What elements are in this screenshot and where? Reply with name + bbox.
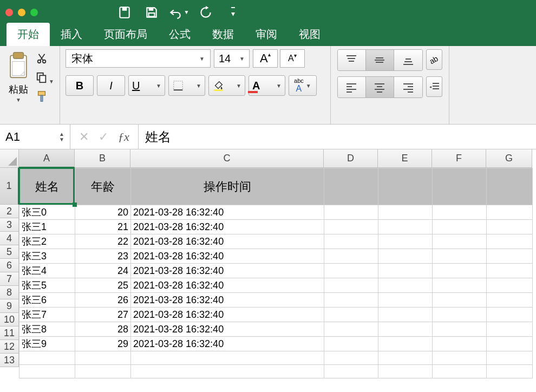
cell[interactable] — [378, 365, 433, 378]
fx-icon[interactable]: ƒx — [118, 130, 129, 144]
align-center-button[interactable] — [366, 77, 394, 97]
col-header-A[interactable]: A — [19, 149, 75, 168]
select-all-corner[interactable] — [0, 149, 19, 168]
cell[interactable] — [324, 168, 378, 205]
align-middle-button[interactable] — [366, 50, 394, 70]
cell[interactable] — [324, 278, 378, 293]
cell[interactable] — [324, 351, 378, 365]
cancel-formula-icon[interactable]: ✕ — [79, 130, 89, 144]
col-header-E[interactable]: E — [378, 149, 432, 168]
cell[interactable] — [487, 293, 533, 308]
row-header-5[interactable]: 5 — [0, 245, 19, 259]
cell[interactable] — [487, 220, 533, 234]
cell[interactable] — [433, 322, 487, 337]
cell[interactable] — [487, 351, 533, 365]
col-header-D[interactable]: D — [324, 149, 378, 168]
cell[interactable] — [487, 337, 533, 351]
close-window[interactable] — [5, 9, 13, 16]
cell[interactable]: 2021-03-28 16:32:40 — [131, 293, 324, 308]
tab-5[interactable]: 审阅 — [245, 23, 288, 46]
cell[interactable]: 2021-03-28 16:32:40 — [131, 234, 324, 249]
row-header-7[interactable]: 7 — [0, 272, 19, 286]
cell[interactable] — [487, 365, 533, 378]
cell[interactable] — [378, 205, 433, 220]
cell[interactable] — [378, 234, 433, 249]
cell[interactable]: 张三4 — [19, 264, 75, 278]
orientation-button[interactable]: ab — [426, 49, 442, 70]
cell[interactable] — [433, 278, 487, 293]
redo-icon[interactable] — [195, 2, 217, 23]
row-header-1[interactable]: 1 — [0, 168, 19, 205]
cell[interactable] — [324, 205, 378, 220]
cell[interactable]: 25 — [75, 278, 131, 293]
cell[interactable]: 21 — [75, 220, 131, 234]
cell[interactable] — [19, 365, 75, 378]
decrease-indent-button[interactable] — [426, 76, 442, 97]
cell[interactable] — [487, 168, 533, 205]
cell[interactable] — [324, 337, 378, 351]
cell[interactable]: 2021-03-28 16:32:40 — [131, 249, 324, 264]
row-header-2[interactable]: 2 — [0, 205, 19, 218]
phonetic-guide-button[interactable]: abcA ▼ — [289, 75, 317, 96]
cell[interactable]: 张三2 — [19, 234, 75, 249]
cell[interactable]: 26 — [75, 293, 131, 308]
cell[interactable]: 2021-03-28 16:32:40 — [131, 205, 324, 220]
cell[interactable] — [131, 351, 324, 365]
minimize-window[interactable] — [18, 9, 25, 16]
cell[interactable]: 20 — [75, 205, 131, 220]
cell[interactable] — [378, 220, 433, 234]
cell[interactable]: 2021-03-28 16:32:40 — [131, 264, 324, 278]
col-header-G[interactable]: G — [486, 149, 532, 168]
formula-input[interactable]: 姓名 — [138, 125, 536, 149]
cell[interactable]: 张三3 — [19, 249, 75, 264]
cell[interactable] — [433, 337, 487, 351]
cell[interactable] — [131, 365, 324, 378]
align-top-button[interactable] — [338, 50, 366, 70]
tab-6[interactable]: 视图 — [288, 23, 331, 46]
cut-icon[interactable] — [36, 53, 54, 66]
cell[interactable] — [378, 249, 433, 264]
cell[interactable] — [75, 365, 131, 378]
cell[interactable] — [433, 365, 487, 378]
cell[interactable]: 张三8 — [19, 322, 75, 337]
cell[interactable]: 姓名 — [19, 168, 75, 205]
undo-icon[interactable]: ▼ — [168, 2, 189, 23]
cell[interactable] — [433, 293, 487, 308]
qat-more-icon[interactable]: ▾ — [222, 2, 244, 23]
cell[interactable] — [378, 322, 433, 337]
cell[interactable] — [324, 234, 378, 249]
fill-color-button[interactable]: ▼ — [208, 75, 245, 96]
cell[interactable] — [433, 249, 487, 264]
cell[interactable]: 2021-03-28 16:32:40 — [131, 278, 324, 293]
fill-handle[interactable] — [73, 202, 77, 207]
row-header-4[interactable]: 4 — [0, 232, 19, 245]
cell[interactable] — [324, 264, 378, 278]
cell[interactable]: 2021-03-28 16:32:40 — [131, 220, 324, 234]
cell[interactable]: 28 — [75, 322, 131, 337]
cell[interactable] — [378, 293, 433, 308]
col-header-C[interactable]: C — [130, 149, 324, 168]
align-right-button[interactable] — [394, 77, 422, 97]
borders-button[interactable]: ▼ — [168, 75, 205, 96]
cell[interactable]: 张三7 — [19, 308, 75, 322]
underline-button[interactable]: U▼ — [128, 75, 165, 96]
format-painter-icon[interactable] — [36, 90, 54, 104]
cell[interactable]: 2021-03-28 16:32:40 — [131, 337, 324, 351]
cell[interactable] — [487, 249, 533, 264]
font-color-button[interactable]: A ▼ — [249, 75, 285, 96]
cell[interactable] — [487, 234, 533, 249]
row-header-10[interactable]: 10 — [0, 313, 19, 326]
cell[interactable] — [487, 322, 533, 337]
cell[interactable] — [378, 351, 433, 365]
italic-button[interactable]: I — [97, 75, 125, 96]
cell[interactable]: 2021-03-28 16:32:40 — [131, 322, 324, 337]
decrease-font-button[interactable]: A▾ — [280, 49, 305, 68]
row-header-6[interactable]: 6 — [0, 259, 19, 272]
cell[interactable]: 27 — [75, 308, 131, 322]
cell[interactable]: 22 — [75, 234, 131, 249]
cell[interactable]: 张三1 — [19, 220, 75, 234]
cell[interactable] — [433, 351, 487, 365]
cell[interactable] — [433, 168, 487, 205]
col-header-B[interactable]: B — [75, 149, 130, 168]
cell[interactable] — [487, 264, 533, 278]
